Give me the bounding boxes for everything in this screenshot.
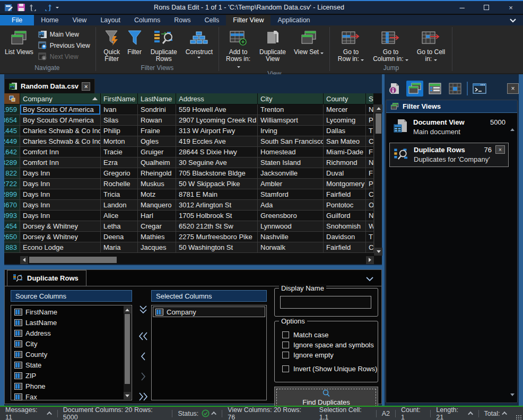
- grid-column-header-county[interactable]: County: [324, 93, 366, 104]
- grid-cell[interactable]: Montgomery: [324, 179, 366, 189]
- hscroll-thumb[interactable]: [29, 257, 117, 263]
- grid-column-header-firstname[interactable]: FirstName: [101, 93, 138, 104]
- grid-cell[interactable]: San Mateo: [324, 136, 366, 147]
- grid-cell[interactable]: 559 Howell Ave: [176, 104, 258, 115]
- grid-cell[interactable]: Days Inn: [20, 200, 101, 211]
- option-checkbox-invert-show-unique-rows-[interactable]: Invert (Show Unique Rows): [282, 365, 377, 373]
- source-column-item-phone[interactable]: Phone: [12, 381, 123, 391]
- panel-scroll-down-icon[interactable]: [510, 389, 515, 398]
- grid-cell[interactable]: N: [366, 211, 374, 221]
- document-tab-close-icon[interactable]: ×: [82, 82, 90, 91]
- grid-cell[interactable]: 2275 Murfreesboro Pike: [176, 232, 258, 242]
- grid-cell[interactable]: Boy Scouts Of America: [20, 104, 101, 115]
- previous-view-button[interactable]: Previous View: [36, 40, 92, 50]
- grid-cell[interactable]: Norwalk: [258, 242, 324, 253]
- source-column-item-fax[interactable]: Fax: [12, 391, 123, 402]
- filter-view-close-icon[interactable]: ×: [495, 145, 505, 154]
- undo-icon[interactable]: [29, 4, 39, 11]
- grid-cell[interactable]: South San Francisco: [258, 136, 324, 147]
- grid-cell[interactable]: Williamsport: [258, 115, 324, 126]
- grid-row-number[interactable]: 3654: [4, 115, 20, 126]
- save-icon[interactable]: [17, 3, 25, 12]
- grid-column-header-company[interactable]: Company: [20, 93, 101, 104]
- grid-cell[interactable]: Davidson: [324, 232, 366, 242]
- ribbon-tab-application[interactable]: Application: [271, 15, 317, 25]
- panel-splitter-vertical[interactable]: [382, 74, 385, 406]
- grid-cell[interactable]: Guilford: [324, 211, 366, 221]
- grid-cell[interactable]: N: [366, 158, 374, 168]
- grid-cell[interactable]: Rheingold: [138, 168, 176, 179]
- ribbon-tab-columns[interactable]: Columns: [127, 15, 167, 25]
- grid-cell[interactable]: T: [366, 126, 374, 136]
- source-column-item-state[interactable]: State: [12, 360, 123, 370]
- grid-cell[interactable]: Tricia: [101, 189, 138, 200]
- main-view-button[interactable]: Main View: [36, 29, 92, 39]
- grid-cell[interactable]: 8781 E Main: [176, 189, 258, 200]
- close-panel-icon[interactable]: ×: [507, 83, 519, 94]
- grid-cell[interactable]: 705 Blackstone Bldge: [176, 168, 258, 179]
- grid-row-number[interactable]: 2449: [4, 136, 20, 147]
- grid-row-number[interactable]: 3670: [4, 200, 20, 211]
- cell-view-panel-icon[interactable]: [447, 81, 464, 97]
- grid-cell[interactable]: 50 W Skippack Pike: [176, 179, 258, 189]
- grid-cell[interactable]: Letha: [101, 221, 138, 232]
- scroll-down-icon[interactable]: [124, 392, 131, 399]
- grid-cell[interactable]: N: [366, 104, 374, 115]
- grid-cell[interactable]: Philip: [101, 126, 138, 136]
- grid-cell[interactable]: Fairfield: [324, 242, 366, 253]
- grid-cell[interactable]: Maria: [101, 242, 138, 253]
- grid-column-header-lastname[interactable]: LastName: [138, 93, 176, 104]
- customize-toolbar-caret-icon[interactable]: [56, 7, 59, 8]
- grid-cell[interactable]: Comfort Inn: [20, 147, 101, 158]
- selected-column-item-company[interactable]: Company: [153, 307, 265, 317]
- grid-cell[interactable]: Silas: [101, 115, 138, 126]
- option-checkbox-match-case[interactable]: Match case: [282, 331, 328, 339]
- source-column-item-lastname[interactable]: LastName: [12, 317, 123, 328]
- list-views-button[interactable]: List Views: [2, 27, 36, 56]
- grid-cell[interactable]: T: [366, 232, 374, 242]
- source-column-item-firstname[interactable]: FirstName: [12, 307, 123, 317]
- grid-cell[interactable]: 419 Eccles Ave: [176, 136, 258, 147]
- grid-cell[interactable]: Dallas: [324, 126, 366, 136]
- quick-filter-button[interactable]: Quick Filter: [99, 27, 125, 63]
- grid-cell[interactable]: C: [366, 242, 374, 253]
- grid-cell[interactable]: Greensboro: [258, 211, 324, 221]
- ribbon-tab-file[interactable]: File: [0, 15, 34, 25]
- ribbon-tab-filter-view[interactable]: Filter View: [226, 15, 271, 25]
- grid-vertical-scrollbar[interactable]: [374, 104, 382, 256]
- grid-cell[interactable]: O: [366, 200, 374, 211]
- display-name-input[interactable]: [280, 296, 371, 309]
- grid-cell[interactable]: Lycoming: [324, 115, 366, 126]
- grid-cell[interactable]: 313 W Airport Fwy: [176, 126, 258, 136]
- checkbox-unchecked-icon[interactable]: [282, 365, 289, 372]
- grid-cell[interactable]: Mathies: [138, 232, 176, 242]
- grid-column-header-city[interactable]: City: [258, 93, 324, 104]
- grid-cell[interactable]: Fraine: [138, 126, 176, 136]
- scroll-up-icon[interactable]: [374, 104, 382, 112]
- grid-cell[interactable]: Nashville: [258, 232, 324, 242]
- grid-row-number[interactable]: 1959: [4, 104, 20, 115]
- checkbox-unchecked-icon[interactable]: [282, 331, 289, 338]
- grid-cell[interactable]: Ezra: [101, 158, 138, 168]
- grid-cell[interactable]: Days Inn: [20, 189, 101, 200]
- grid-cell[interactable]: Days Inn: [20, 179, 101, 189]
- grid-cell[interactable]: Manquero: [138, 200, 176, 211]
- grid-horizontal-scrollbar[interactable]: [20, 256, 374, 264]
- ribbon-tab-home[interactable]: Home: [34, 15, 65, 25]
- grid-cell[interactable]: Lynnwood: [258, 221, 324, 232]
- grid-cell[interactable]: Gregorio: [101, 168, 138, 179]
- ribbon-tab-view[interactable]: View: [66, 15, 94, 25]
- grid-cell[interactable]: Snohomish: [324, 221, 366, 232]
- grid-row-number[interactable]: 2722: [4, 179, 20, 189]
- filter-views-panel-icon[interactable]: [406, 81, 423, 97]
- filter-view-item-document-view[interactable]: Document View 5000 Main document: [389, 116, 509, 139]
- scroll-right-icon[interactable]: [366, 256, 374, 264]
- grid-cell[interactable]: Jacques: [138, 242, 176, 253]
- grid-cell[interactable]: Qualheim: [138, 158, 176, 168]
- scroll-up-icon[interactable]: [124, 306, 131, 313]
- add-all-button[interactable]: [136, 390, 150, 404]
- ribbon-tab-cells[interactable]: Cells: [198, 15, 226, 25]
- grid-cell[interactable]: Fairfield: [324, 189, 366, 200]
- grid-cell[interactable]: Miami-Dade: [324, 147, 366, 158]
- grid-cell[interactable]: Motz: [138, 189, 176, 200]
